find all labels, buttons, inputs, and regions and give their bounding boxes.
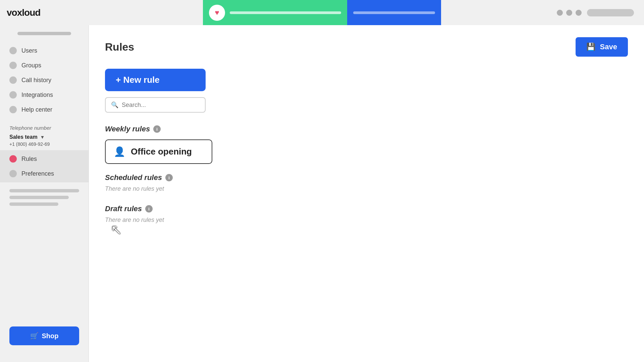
team-phone-number: +1 (800) 469-92-69 (0, 141, 89, 147)
dot-3 (576, 10, 582, 16)
header-right (557, 9, 634, 16)
sidebar-item-groups[interactable]: Groups (0, 58, 89, 73)
sidebar: Users Groups Call history Integrations H… (0, 25, 89, 362)
sidebar-item-preferences[interactable]: Preferences (0, 166, 89, 181)
integrations-dot-icon (9, 91, 17, 99)
blue-progress-bar (353, 11, 435, 14)
cart-icon: 🛒 (30, 332, 39, 340)
scheduled-rules-info-icon[interactable]: i (165, 174, 173, 181)
new-rule-button-label: + New rule (116, 75, 160, 85)
chevron-down-icon: ▼ (40, 134, 45, 140)
search-input[interactable] (122, 102, 200, 109)
header-center: ♥ (203, 0, 441, 25)
sidebar-item-users[interactable]: Users (0, 43, 89, 58)
sidebar-item-call-history[interactable]: Call history (0, 73, 89, 87)
dots-group (557, 10, 582, 16)
shop-button[interactable]: 🛒 Shop (9, 326, 79, 345)
sidebar-item-users-label: Users (21, 47, 37, 54)
app-logo: voxloud (7, 7, 40, 18)
weekly-rules-info-icon[interactable]: i (153, 125, 161, 133)
office-opening-label: Office opening (131, 146, 192, 157)
save-button-label: Save (600, 43, 617, 51)
sidebar-item-integrations-label: Integrations (21, 92, 53, 99)
draft-no-rules-text: There are no rules yet (105, 217, 628, 224)
shop-button-label: Shop (42, 332, 59, 340)
dot-2 (566, 10, 572, 16)
person-icon: 👤 (114, 146, 125, 157)
sidebar-item-preferences-label: Preferences (21, 170, 54, 177)
page-title: Rules (105, 41, 134, 53)
dot-1 (557, 10, 563, 16)
new-rule-button[interactable]: + New rule (105, 69, 206, 91)
scheduled-rules-heading: Scheduled rules i (105, 173, 628, 182)
help-center-dot-icon (9, 106, 17, 113)
scheduled-rules-title: Scheduled rules (105, 173, 162, 182)
app-header: voxloud ♥ (0, 0, 644, 25)
heart-icon: ♥ (215, 8, 219, 17)
save-icon: 💾 (586, 43, 595, 51)
sidebar-top-bar (17, 32, 71, 35)
sidebar-item-call-history-label: Call history (21, 77, 51, 84)
draft-rules-info-icon[interactable]: i (145, 205, 153, 213)
groups-dot-icon (9, 62, 17, 69)
cursor-icon: ↖ (111, 223, 122, 236)
cursor-overlay: ↖ (111, 223, 122, 236)
scheduled-no-rules-text: There are no rules yet (105, 185, 628, 192)
sidebar-item-help-center-label: Help center (21, 106, 52, 113)
office-opening-rule[interactable]: 👤 Office opening (105, 139, 212, 164)
team-selector[interactable]: Sales team ▼ (0, 133, 89, 141)
save-button[interactable]: 💾 Save (576, 37, 628, 57)
sidebar-item-groups-label: Groups (21, 62, 41, 69)
bottom-bar-3 (9, 202, 58, 206)
green-progress-bar (230, 11, 341, 14)
active-nav-section: Rules Preferences (0, 150, 89, 182)
draft-rules-title: Draft rules (105, 204, 142, 213)
team-name: Sales team (9, 134, 38, 140)
header-pill (587, 9, 634, 16)
sidebar-bottom-bars (9, 189, 79, 209)
sidebar-item-rules[interactable]: Rules (0, 152, 89, 166)
page-header: Rules 💾 Save (105, 37, 628, 57)
rules-dot-icon (9, 155, 17, 163)
users-dot-icon (9, 47, 17, 54)
search-icon: 🔍 (111, 101, 118, 109)
preferences-dot-icon (9, 170, 17, 177)
heart-circle: ♥ (209, 5, 225, 21)
bottom-bar-2 (9, 196, 69, 199)
weekly-rules-heading: Weekly rules i (105, 125, 628, 133)
main-content: ↖ Rules 💾 Save + New rule 🔍 Weekly rules… (89, 25, 644, 362)
draft-rules-heading: Draft rules i (105, 204, 628, 213)
sidebar-item-help-center[interactable]: Help center (0, 102, 89, 117)
sidebar-item-integrations[interactable]: Integrations (0, 87, 89, 102)
sidebar-item-rules-label: Rules (21, 156, 37, 163)
search-box: 🔍 (105, 97, 206, 113)
telephone-label: Telephone number (0, 125, 89, 131)
blue-status-block (347, 0, 441, 25)
call-history-dot-icon (9, 76, 17, 84)
bottom-bar-1 (9, 189, 79, 192)
green-status-block: ♥ (203, 0, 347, 25)
weekly-rules-title: Weekly rules (105, 125, 150, 133)
main-layout: Users Groups Call history Integrations H… (0, 25, 644, 362)
